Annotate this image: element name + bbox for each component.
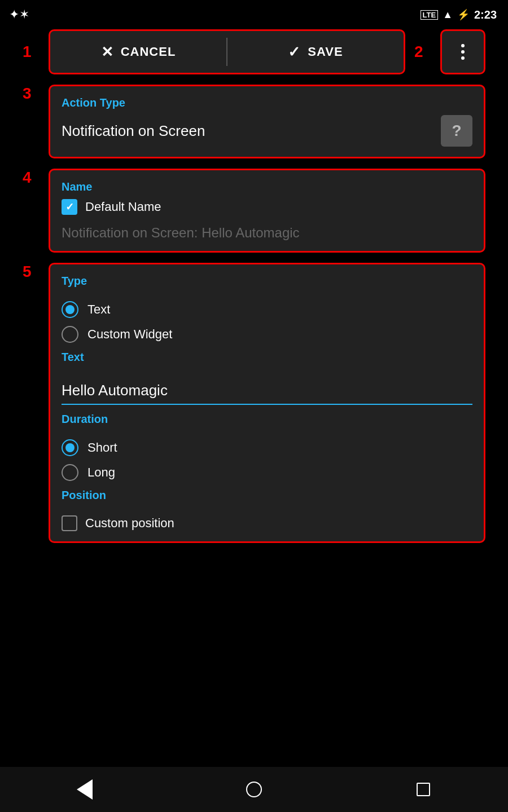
duration-label: Duration — [62, 413, 472, 426]
radio-long-label: Long — [87, 465, 115, 480]
recents-icon — [417, 783, 430, 796]
back-icon — [77, 779, 93, 800]
type-row: 5 Type Text Custom Widget — [23, 263, 485, 543]
three-dots-icon — [461, 44, 465, 60]
name-section-label: Name — [62, 180, 472, 193]
type-section: Type Text Custom Widget Text — [62, 275, 472, 531]
battery-icon: ⚡ — [457, 8, 470, 21]
back-button[interactable] — [68, 773, 102, 806]
signal-icon: ▲ — [443, 9, 453, 21]
default-name-label: Default Name — [85, 200, 161, 214]
bottom-nav — [0, 767, 508, 812]
save-icon: ✓ — [288, 43, 301, 61]
status-bar-left: ✦✶ — [9, 7, 29, 22]
radio-short-label: Short — [87, 440, 117, 455]
radio-short-row: Short — [62, 439, 472, 456]
radio-short-button[interactable] — [62, 439, 78, 456]
main-content: 1 ✕ CANCEL ✓ SAVE 2 3 Action Type — [0, 29, 508, 767]
label-5: 5 — [23, 263, 40, 543]
cancel-button[interactable]: ✕ CANCEL — [50, 31, 226, 73]
time-display: 2:23 — [474, 8, 497, 21]
custom-position-row: Custom position — [62, 515, 472, 531]
recents-button[interactable] — [406, 773, 440, 806]
label-4: 4 — [23, 169, 40, 253]
text-input-label: Text — [62, 351, 472, 364]
home-button[interactable] — [237, 773, 271, 806]
label-2: 2 — [414, 43, 431, 61]
radio-text-button[interactable] — [62, 301, 78, 318]
radio-text-inner — [65, 305, 75, 314]
more-button[interactable] — [440, 29, 485, 74]
magic-icon: ✦✶ — [9, 7, 29, 22]
status-bar: ✦✶ LTE ▲ ⚡ 2:23 — [0, 0, 508, 29]
custom-position-checkbox[interactable] — [62, 515, 77, 531]
position-label: Position — [62, 489, 472, 502]
label-3: 3 — [23, 85, 40, 158]
cancel-icon: ✕ — [101, 43, 114, 61]
home-icon — [246, 782, 262, 797]
radio-short-inner — [65, 443, 75, 452]
name-section: ✓ Default Name Notification on Screen: H… — [62, 199, 472, 241]
save-button[interactable]: ✓ SAVE — [227, 31, 404, 73]
checkmark-icon: ✓ — [65, 201, 74, 213]
name-row: 4 Name ✓ Default Name Notification on Sc… — [23, 169, 485, 253]
label-1: 1 — [23, 43, 40, 61]
radio-long-button[interactable] — [62, 464, 78, 481]
lte-indicator: LTE — [421, 10, 439, 20]
help-button[interactable]: ? — [441, 115, 472, 147]
radio-widget-row: Custom Widget — [62, 326, 472, 343]
action-type-card: Action Type Notification on Screen ? — [49, 85, 485, 158]
radio-text-row: Text — [62, 301, 472, 318]
type-card: Type Text Custom Widget Text — [49, 263, 485, 543]
name-card: Name ✓ Default Name Notification on Scre… — [49, 169, 485, 253]
name-placeholder: Notification on Screen: Hello Automagic — [62, 222, 472, 241]
action-type-value: Notification on Screen — [62, 122, 205, 140]
custom-position-label: Custom position — [85, 516, 174, 531]
action-bar-row: 1 ✕ CANCEL ✓ SAVE 2 — [23, 29, 485, 74]
status-bar-right: LTE ▲ ⚡ 2:23 — [421, 8, 497, 21]
cancel-label: CANCEL — [121, 45, 176, 59]
default-name-checkbox[interactable]: ✓ — [62, 199, 77, 215]
text-input[interactable] — [62, 377, 472, 405]
radio-widget-button[interactable] — [62, 326, 78, 343]
action-bar: ✕ CANCEL ✓ SAVE — [49, 29, 405, 74]
action-type-label: Action Type — [62, 96, 472, 109]
radio-text-label: Text — [87, 302, 110, 317]
save-label: SAVE — [308, 45, 343, 59]
radio-widget-label: Custom Widget — [87, 327, 172, 342]
action-type-row: 3 Action Type Notification on Screen ? — [23, 85, 485, 158]
default-name-row: ✓ Default Name — [62, 199, 472, 215]
type-section-label: Type — [62, 275, 472, 288]
radio-long-row: Long — [62, 464, 472, 481]
